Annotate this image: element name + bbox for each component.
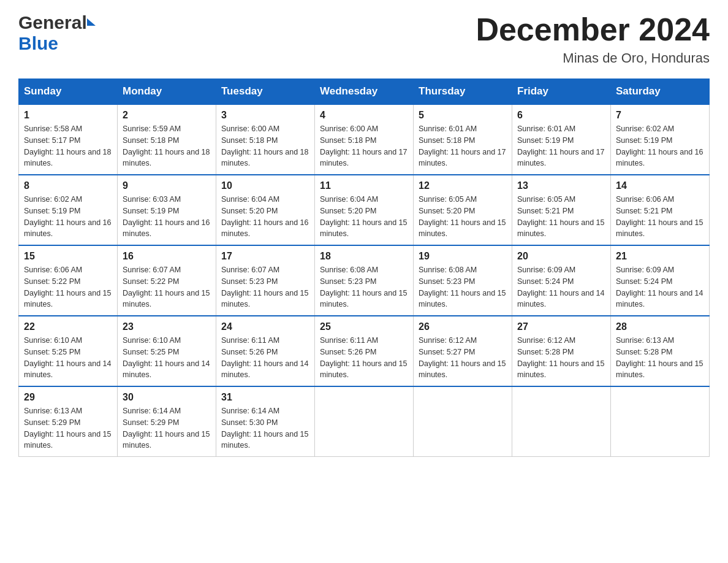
weekday-header-wednesday: Wednesday	[315, 79, 414, 105]
page-header: General Blue December 2024 Minas de Oro,…	[18, 12, 710, 66]
day-info: Sunrise: 6:07 AMSunset: 5:22 PMDaylight:…	[123, 264, 211, 310]
day-info: Sunrise: 6:04 AMSunset: 5:20 PMDaylight:…	[221, 194, 309, 240]
week-row-5: 29Sunrise: 6:13 AMSunset: 5:29 PMDayligh…	[19, 386, 710, 457]
day-number: 19	[419, 251, 507, 262]
day-info: Sunrise: 5:58 AMSunset: 5:17 PMDaylight:…	[24, 123, 112, 169]
calendar-cell	[512, 386, 611, 457]
calendar-cell: 31Sunrise: 6:14 AMSunset: 5:30 PMDayligh…	[216, 386, 315, 457]
weekday-header-monday: Monday	[118, 79, 216, 105]
calendar-cell: 11Sunrise: 6:04 AMSunset: 5:20 PMDayligh…	[315, 175, 414, 245]
calendar-cell	[414, 386, 512, 457]
day-number: 30	[123, 392, 211, 403]
day-number: 20	[517, 251, 605, 262]
week-row-1: 1Sunrise: 5:58 AMSunset: 5:17 PMDaylight…	[19, 104, 710, 175]
day-number: 13	[517, 180, 605, 191]
calendar-cell	[315, 386, 414, 457]
calendar-cell: 9Sunrise: 6:03 AMSunset: 5:19 PMDaylight…	[118, 175, 216, 245]
day-info: Sunrise: 6:13 AMSunset: 5:28 PMDaylight:…	[616, 335, 704, 381]
day-number: 2	[123, 110, 211, 121]
day-info: Sunrise: 6:14 AMSunset: 5:30 PMDaylight:…	[221, 405, 309, 451]
day-info: Sunrise: 6:11 AMSunset: 5:26 PMDaylight:…	[221, 335, 309, 381]
weekday-header-sunday: Sunday	[19, 79, 118, 105]
day-info: Sunrise: 6:02 AMSunset: 5:19 PMDaylight:…	[616, 123, 704, 169]
day-info: Sunrise: 6:00 AMSunset: 5:18 PMDaylight:…	[320, 123, 408, 169]
day-number: 18	[320, 251, 408, 262]
day-number: 27	[517, 321, 605, 332]
day-number: 14	[616, 180, 704, 191]
day-info: Sunrise: 6:03 AMSunset: 5:19 PMDaylight:…	[123, 194, 211, 240]
day-info: Sunrise: 5:59 AMSunset: 5:18 PMDaylight:…	[123, 123, 211, 169]
weekday-header-thursday: Thursday	[414, 79, 512, 105]
calendar-cell: 14Sunrise: 6:06 AMSunset: 5:21 PMDayligh…	[611, 175, 710, 245]
calendar-subtitle: Minas de Oro, Honduras	[476, 50, 710, 66]
calendar-cell: 18Sunrise: 6:08 AMSunset: 5:23 PMDayligh…	[315, 245, 414, 316]
calendar-cell: 24Sunrise: 6:11 AMSunset: 5:26 PMDayligh…	[216, 316, 315, 386]
day-info: Sunrise: 6:01 AMSunset: 5:18 PMDaylight:…	[419, 123, 507, 169]
calendar-cell: 19Sunrise: 6:08 AMSunset: 5:23 PMDayligh…	[414, 245, 512, 316]
calendar-cell: 4Sunrise: 6:00 AMSunset: 5:18 PMDaylight…	[315, 104, 414, 175]
calendar-cell: 23Sunrise: 6:10 AMSunset: 5:25 PMDayligh…	[118, 316, 216, 386]
weekday-header-friday: Friday	[512, 79, 611, 105]
calendar-cell: 30Sunrise: 6:14 AMSunset: 5:29 PMDayligh…	[118, 386, 216, 457]
calendar-cell: 12Sunrise: 6:05 AMSunset: 5:20 PMDayligh…	[414, 175, 512, 245]
day-number: 26	[419, 321, 507, 332]
day-info: Sunrise: 6:10 AMSunset: 5:25 PMDaylight:…	[123, 335, 211, 381]
day-info: Sunrise: 6:10 AMSunset: 5:25 PMDaylight:…	[24, 335, 112, 381]
day-info: Sunrise: 6:12 AMSunset: 5:28 PMDaylight:…	[517, 335, 605, 381]
calendar-cell: 8Sunrise: 6:02 AMSunset: 5:19 PMDaylight…	[19, 175, 118, 245]
day-info: Sunrise: 6:00 AMSunset: 5:18 PMDaylight:…	[221, 123, 309, 169]
day-number: 7	[616, 110, 704, 121]
calendar-cell	[611, 386, 710, 457]
day-number: 6	[517, 110, 605, 121]
calendar-cell: 1Sunrise: 5:58 AMSunset: 5:17 PMDaylight…	[19, 104, 118, 175]
day-info: Sunrise: 6:08 AMSunset: 5:23 PMDaylight:…	[320, 264, 408, 310]
day-info: Sunrise: 6:09 AMSunset: 5:24 PMDaylight:…	[517, 264, 605, 310]
calendar-cell: 25Sunrise: 6:11 AMSunset: 5:26 PMDayligh…	[315, 316, 414, 386]
calendar-cell: 22Sunrise: 6:10 AMSunset: 5:25 PMDayligh…	[19, 316, 118, 386]
day-number: 17	[221, 251, 309, 262]
calendar-cell: 3Sunrise: 6:00 AMSunset: 5:18 PMDaylight…	[216, 104, 315, 175]
day-info: Sunrise: 6:09 AMSunset: 5:24 PMDaylight:…	[616, 264, 704, 310]
weekday-header-saturday: Saturday	[611, 79, 710, 105]
day-info: Sunrise: 6:01 AMSunset: 5:19 PMDaylight:…	[517, 123, 605, 169]
calendar-cell: 15Sunrise: 6:06 AMSunset: 5:22 PMDayligh…	[19, 245, 118, 316]
weekday-header-tuesday: Tuesday	[216, 79, 315, 105]
day-number: 5	[419, 110, 507, 121]
calendar-cell: 29Sunrise: 6:13 AMSunset: 5:29 PMDayligh…	[19, 386, 118, 457]
logo-arrow-icon	[87, 18, 96, 26]
day-info: Sunrise: 6:11 AMSunset: 5:26 PMDaylight:…	[320, 335, 408, 381]
day-number: 1	[24, 110, 112, 121]
day-number: 11	[320, 180, 408, 191]
day-info: Sunrise: 6:13 AMSunset: 5:29 PMDaylight:…	[24, 405, 112, 451]
logo-blue-text: Blue	[18, 33, 58, 54]
day-info: Sunrise: 6:07 AMSunset: 5:23 PMDaylight:…	[221, 264, 309, 310]
day-info: Sunrise: 6:04 AMSunset: 5:20 PMDaylight:…	[320, 194, 408, 240]
logo-general-text: General	[18, 12, 87, 33]
day-number: 3	[221, 110, 309, 121]
day-number: 29	[24, 392, 112, 403]
day-info: Sunrise: 6:08 AMSunset: 5:23 PMDaylight:…	[419, 264, 507, 310]
calendar-table: SundayMondayTuesdayWednesdayThursdayFrid…	[18, 79, 710, 457]
calendar-cell: 17Sunrise: 6:07 AMSunset: 5:23 PMDayligh…	[216, 245, 315, 316]
day-number: 12	[419, 180, 507, 191]
calendar-title: December 2024	[476, 12, 710, 47]
day-number: 24	[221, 321, 309, 332]
day-number: 22	[24, 321, 112, 332]
day-info: Sunrise: 6:14 AMSunset: 5:29 PMDaylight:…	[123, 405, 211, 451]
calendar-cell: 21Sunrise: 6:09 AMSunset: 5:24 PMDayligh…	[611, 245, 710, 316]
day-info: Sunrise: 6:06 AMSunset: 5:21 PMDaylight:…	[616, 194, 704, 240]
day-number: 25	[320, 321, 408, 332]
day-number: 10	[221, 180, 309, 191]
logo: General Blue	[18, 12, 96, 54]
day-number: 23	[123, 321, 211, 332]
calendar-cell: 6Sunrise: 6:01 AMSunset: 5:19 PMDaylight…	[512, 104, 611, 175]
week-row-2: 8Sunrise: 6:02 AMSunset: 5:19 PMDaylight…	[19, 175, 710, 245]
weekday-header-row: SundayMondayTuesdayWednesdayThursdayFrid…	[19, 79, 710, 105]
day-number: 31	[221, 392, 309, 403]
day-info: Sunrise: 6:06 AMSunset: 5:22 PMDaylight:…	[24, 264, 112, 310]
calendar-cell: 20Sunrise: 6:09 AMSunset: 5:24 PMDayligh…	[512, 245, 611, 316]
day-number: 4	[320, 110, 408, 121]
calendar-cell: 16Sunrise: 6:07 AMSunset: 5:22 PMDayligh…	[118, 245, 216, 316]
calendar-cell: 5Sunrise: 6:01 AMSunset: 5:18 PMDaylight…	[414, 104, 512, 175]
week-row-4: 22Sunrise: 6:10 AMSunset: 5:25 PMDayligh…	[19, 316, 710, 386]
